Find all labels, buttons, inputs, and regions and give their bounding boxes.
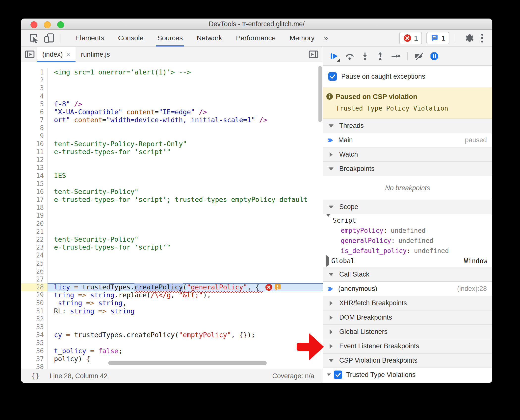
line-number[interactable]: 1 — [21, 68, 48, 76]
line-number[interactable]: 21 — [21, 228, 48, 235]
line-number[interactable]: 37 — [21, 355, 48, 363]
line-number[interactable]: 22 — [21, 235, 48, 243]
kebab-menu-icon[interactable] — [478, 33, 486, 44]
tab-network[interactable]: Network — [190, 30, 229, 47]
gear-icon[interactable] — [463, 33, 474, 44]
line-number[interactable]: 12 — [21, 156, 48, 164]
line-number[interactable]: 7 — [21, 116, 48, 124]
pause-on-caught-exceptions-row[interactable]: Pause on caught exceptions — [323, 66, 492, 87]
breakpoint-sink-violations[interactable]: Sink Violations — [323, 382, 492, 383]
line-number[interactable]: 5 — [21, 100, 48, 108]
step-icon[interactable] — [389, 49, 403, 63]
warning-icon[interactable] — [274, 284, 281, 291]
line-number[interactable]: 2 — [21, 76, 48, 84]
thread-row-main[interactable]: Mainpaused — [323, 133, 492, 147]
line-number[interactable]: 14 — [21, 172, 48, 180]
section-header-threads[interactable]: Threads — [323, 118, 492, 133]
message-count-badge[interactable]: 1 — [426, 32, 449, 44]
section-header-breakpoints[interactable]: Breakpoints — [323, 162, 492, 176]
line-number[interactable]: 10 — [21, 140, 48, 148]
line-number[interactable]: 29 — [21, 291, 48, 299]
section-header-watch[interactable]: Watch — [323, 147, 492, 162]
error-count-badge[interactable]: 1 — [399, 32, 422, 44]
error-icon[interactable] — [265, 284, 272, 291]
line-number[interactable]: 25 — [21, 259, 48, 267]
line-number[interactable]: 27 — [21, 275, 48, 283]
section-header-csp-violation-breakpoints[interactable]: CSP Violation Breakpoints — [323, 353, 492, 368]
line-number[interactable]: 34 — [21, 331, 48, 339]
checkbox[interactable] — [334, 371, 342, 379]
tab-console[interactable]: Console — [111, 30, 151, 47]
line-number[interactable]: 16 — [21, 188, 48, 196]
code-token: /\</g — [151, 291, 171, 299]
code-line: 15 — [21, 180, 323, 188]
line-number[interactable]: 8 — [21, 124, 48, 132]
line-number[interactable]: 32 — [21, 315, 48, 323]
section-header-call-stack[interactable]: Call Stack — [323, 267, 492, 282]
step-into-icon[interactable] — [358, 49, 372, 63]
section-header-event-listener-breakpoints[interactable]: Event Listener Breakpoints — [323, 339, 492, 353]
section-header-scope[interactable]: Scope — [323, 200, 492, 214]
code-token — [86, 291, 90, 299]
tab-performance[interactable]: Performance — [229, 30, 283, 47]
minimize-window-button[interactable] — [44, 21, 51, 28]
step-over-icon[interactable] — [343, 49, 357, 63]
close-window-button[interactable] — [30, 21, 37, 28]
section-header-global-listeners[interactable]: Global Listeners — [323, 325, 492, 339]
tab-elements[interactable]: Elements — [68, 30, 111, 47]
line-number[interactable]: 18 — [21, 204, 48, 211]
line-number[interactable]: 11 — [21, 148, 48, 156]
code-line-content: t_policy = false; — [48, 347, 323, 355]
line-number[interactable]: 17 — [21, 196, 48, 204]
line-number[interactable]: 6 — [21, 108, 48, 116]
editor-vertical-scrollbar[interactable] — [318, 66, 322, 122]
code-token: = — [102, 116, 106, 124]
line-number[interactable]: 26 — [21, 267, 48, 275]
breakpoint-trusted-type-violations[interactable]: Trusted Type Violations — [323, 368, 492, 382]
line-number[interactable]: 33 — [21, 323, 48, 331]
step-out-icon[interactable] — [373, 49, 387, 63]
line-number[interactable]: 4 — [21, 92, 48, 100]
editor-horizontal-scrollbar[interactable] — [108, 361, 267, 365]
line-number[interactable]: 31 — [21, 307, 48, 315]
line-number[interactable]: 35 — [21, 339, 48, 347]
file-tab-runtimejs[interactable]: runtime.js — [76, 47, 115, 62]
code-token: "width=device-width, initial-scale=1" — [106, 116, 255, 124]
deactivate-breakpoints-icon[interactable] — [412, 49, 426, 63]
inspect-icon[interactable] — [28, 33, 39, 44]
code-editor[interactable]: 1<img src=1 onerror='alert(1)'> -->2345f… — [21, 62, 323, 369]
line-number[interactable]: 28 — [21, 283, 48, 291]
pause-on-exceptions-icon[interactable] — [427, 49, 441, 63]
device-toolbar-icon[interactable] — [44, 33, 55, 44]
line-number[interactable]: 24 — [21, 251, 48, 259]
resume-icon[interactable] — [327, 49, 341, 63]
tab-sources[interactable]: Sources — [150, 30, 190, 47]
line-number[interactable]: 15 — [21, 180, 48, 188]
message-icon — [430, 34, 439, 42]
section-header-dom-breakpoints[interactable]: DOM Breakpoints — [323, 310, 492, 325]
file-tab-index[interactable]: (index)× — [37, 47, 76, 62]
line-number[interactable]: 30 — [21, 299, 48, 307]
line-number[interactable]: 13 — [21, 164, 48, 172]
line-number[interactable]: 9 — [21, 132, 48, 140]
line-number[interactable]: 20 — [21, 220, 48, 228]
scope-group-script[interactable]: Script — [323, 215, 492, 225]
section-header-xhr-fetch-breakpoints[interactable]: XHR/fetch Breakpoints — [323, 296, 492, 310]
call-stack-frame[interactable]: (anonymous)(index):28 — [323, 282, 492, 296]
code-token — [70, 100, 74, 108]
checkbox[interactable] — [328, 72, 337, 81]
line-number[interactable]: 36 — [21, 347, 48, 355]
zoom-window-button[interactable] — [57, 21, 64, 28]
line-number[interactable]: 3 — [21, 84, 48, 92]
line-number[interactable]: 23 — [21, 243, 48, 251]
pretty-print-icon[interactable]: {} — [31, 372, 40, 380]
close-tab-icon[interactable]: × — [66, 51, 70, 58]
scope-group-global[interactable]: GlobalWindow — [323, 256, 492, 266]
more-panels-button[interactable]: » — [321, 34, 331, 42]
toggle-navigator-icon[interactable] — [24, 49, 35, 60]
toggle-debugger-sidebar-icon[interactable] — [308, 49, 319, 60]
tab-memory[interactable]: Memory — [283, 30, 321, 47]
code-line: 6"X-UA-Compatible" content="IE=edge" /> — [21, 108, 323, 116]
line-number[interactable]: 19 — [21, 211, 48, 219]
line-number[interactable]: 38 — [21, 363, 48, 369]
